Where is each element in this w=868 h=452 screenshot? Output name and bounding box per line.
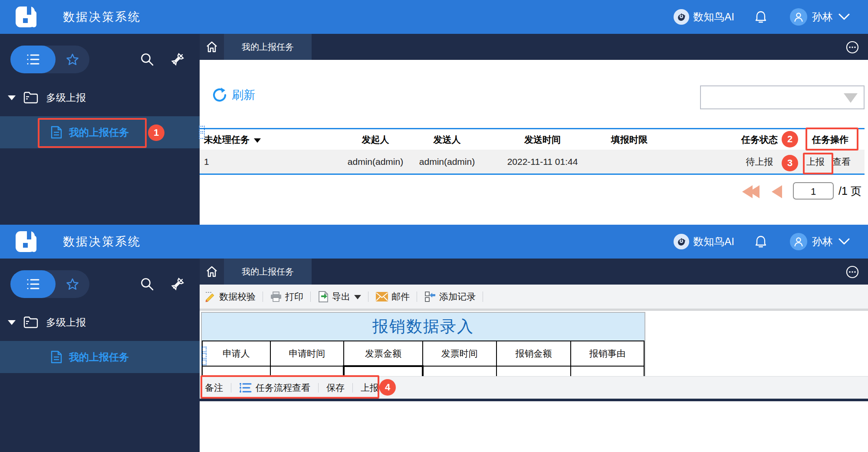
tab-more-icon[interactable] xyxy=(845,40,859,56)
print-icon xyxy=(270,291,282,302)
page-number-input[interactable]: 1 xyxy=(793,182,834,200)
app-logo-icon xyxy=(16,231,36,252)
sidebar-group-label: 多级上报 xyxy=(46,91,86,105)
export-dropdown-caret-icon[interactable] xyxy=(354,295,361,299)
cell-task: 1 xyxy=(204,150,347,174)
app-title: 数据决策系统 xyxy=(63,225,141,259)
notification-bell-icon[interactable] xyxy=(754,235,767,249)
selection-marker xyxy=(199,126,204,140)
cell-initiator: admin(admin) xyxy=(343,150,408,174)
selection-marker xyxy=(201,347,207,366)
pagination: 1 /1 页 xyxy=(200,182,865,201)
add-record-icon xyxy=(424,291,436,303)
mail-button[interactable]: 邮件 xyxy=(375,291,410,303)
annotation-badge-2: 2 xyxy=(782,131,798,147)
task-list-panel: 数据决策系统 数知鸟AI 孙林 xyxy=(0,0,868,225)
toolbar-divider xyxy=(263,292,263,302)
tab-home[interactable] xyxy=(200,34,224,60)
tab-bar: 我的上报任务 xyxy=(200,34,868,60)
validate-data-button[interactable]: 数据校验 xyxy=(205,291,256,303)
action-view-link[interactable]: 查看 xyxy=(832,150,857,174)
cell-send-time: 2022-11-11 01:44 xyxy=(486,150,599,174)
app-header: 数据决策系统 数知鸟AI 孙林 xyxy=(0,0,868,34)
tree-expand-caret-icon[interactable] xyxy=(8,95,16,100)
prev-page-button[interactable] xyxy=(772,185,782,200)
filter-dropdown[interactable] xyxy=(700,85,865,109)
sidebar-group-multilevel-report[interactable]: 多级上报 xyxy=(0,314,200,331)
report-title-banner: 报销数据录入 xyxy=(202,313,644,341)
col-deadline: 填报时限 xyxy=(599,129,660,150)
refresh-icon xyxy=(211,87,228,103)
sidebar: 多级上报 我的上报任务 xyxy=(0,259,200,452)
directory-list-toggle[interactable] xyxy=(10,270,56,298)
bottom-strip xyxy=(200,399,868,401)
form-col-invoice-time: 发票时间 xyxy=(423,341,496,366)
export-button[interactable]: 导出 xyxy=(318,291,361,303)
ai-label[interactable]: 数知鸟AI xyxy=(693,10,734,24)
add-record-button[interactable]: 添加记录 xyxy=(424,291,476,303)
col-sender: 发送人 xyxy=(408,129,486,150)
user-name[interactable]: 孙林 xyxy=(812,235,833,249)
sidebar-group-multilevel-report[interactable]: 多级上报 xyxy=(0,89,200,106)
ai-bird-icon[interactable] xyxy=(674,234,689,249)
app-header: 数据决策系统 数知鸟AI 孙林 xyxy=(0,225,868,259)
app-logo-icon xyxy=(16,7,36,27)
ai-bird-icon[interactable] xyxy=(674,9,689,25)
favorites-toggle[interactable] xyxy=(56,270,89,298)
sidebar-item-label: 我的上报任务 xyxy=(69,350,129,364)
first-page-button[interactable] xyxy=(742,185,756,198)
search-icon[interactable] xyxy=(140,52,155,69)
directory-list-toggle[interactable] xyxy=(10,46,56,73)
user-name[interactable]: 孙林 xyxy=(812,10,833,24)
sidebar-group-label: 多级上报 xyxy=(46,316,86,329)
cell-sender: admin(admin) xyxy=(408,150,486,174)
form-col-applicant: 申请人 xyxy=(202,341,270,366)
tab-my-report-tasks[interactable]: 我的上报任务 xyxy=(224,34,312,60)
col-initiator: 发起人 xyxy=(343,129,408,150)
document-icon xyxy=(50,350,63,364)
search-icon[interactable] xyxy=(140,277,155,293)
sort-caret-icon[interactable] xyxy=(254,138,261,143)
toolbar-divider xyxy=(310,292,311,302)
chevron-down-icon[interactable] xyxy=(838,13,850,20)
annotation-badge-1: 1 xyxy=(148,124,164,141)
form-col-reimburse-reason: 报销事由 xyxy=(571,341,644,366)
folder-icon xyxy=(23,316,38,329)
tree-expand-caret-icon[interactable] xyxy=(8,320,16,325)
export-icon xyxy=(318,291,329,303)
report-canvas: 报销数据录入 申请人 申请时间 发票金额 发票时间 报销金额 报销事由 xyxy=(200,309,868,428)
refresh-label: 刷新 xyxy=(232,87,255,103)
annotation-box-step4 xyxy=(201,375,379,399)
form-col-apply-time: 申请时间 xyxy=(270,341,344,366)
favorites-toggle[interactable] xyxy=(56,46,89,73)
folder-icon xyxy=(23,91,38,104)
cell-deadline xyxy=(599,150,660,174)
mail-icon xyxy=(375,292,388,302)
print-button[interactable]: 打印 xyxy=(270,291,303,303)
unpin-icon[interactable] xyxy=(169,276,186,294)
toolbar-divider xyxy=(368,292,368,302)
user-avatar[interactable] xyxy=(790,8,807,26)
form-col-invoice-amount: 发票金额 xyxy=(344,341,423,366)
page-total-label: /1 页 xyxy=(838,184,861,198)
validate-icon xyxy=(205,291,216,302)
ai-label[interactable]: 数知鸟AI xyxy=(693,235,734,249)
sidebar-view-toggle xyxy=(10,270,89,298)
notification-bell-icon[interactable] xyxy=(754,10,767,24)
user-avatar[interactable] xyxy=(790,233,807,250)
sidebar-item-my-report-tasks[interactable]: 我的上报任务 xyxy=(0,341,200,373)
report-title: 报销数据录入 xyxy=(372,316,474,337)
home-icon xyxy=(205,40,218,53)
task-table-row[interactable]: 1 admin(admin) admin(admin) 2022-11-11 0… xyxy=(200,150,865,174)
annotation-badge-4: 4 xyxy=(379,379,396,396)
unpin-icon[interactable] xyxy=(169,51,186,69)
chevron-down-icon[interactable] xyxy=(838,238,850,245)
annotation-badge-3: 3 xyxy=(782,155,798,171)
col-pending-tasks[interactable]: 未处理任务 xyxy=(204,129,347,150)
dropdown-caret-icon xyxy=(844,93,858,103)
toolbar-divider xyxy=(483,292,483,302)
refresh-button[interactable]: 刷新 xyxy=(211,87,255,103)
report-entry-panel: 数据决策系统 数知鸟AI 孙林 xyxy=(0,225,868,452)
table-bottom-border xyxy=(200,174,865,175)
report-footer-toolbar: 备注 任务流程查看 保存 上报 4 xyxy=(200,376,868,399)
